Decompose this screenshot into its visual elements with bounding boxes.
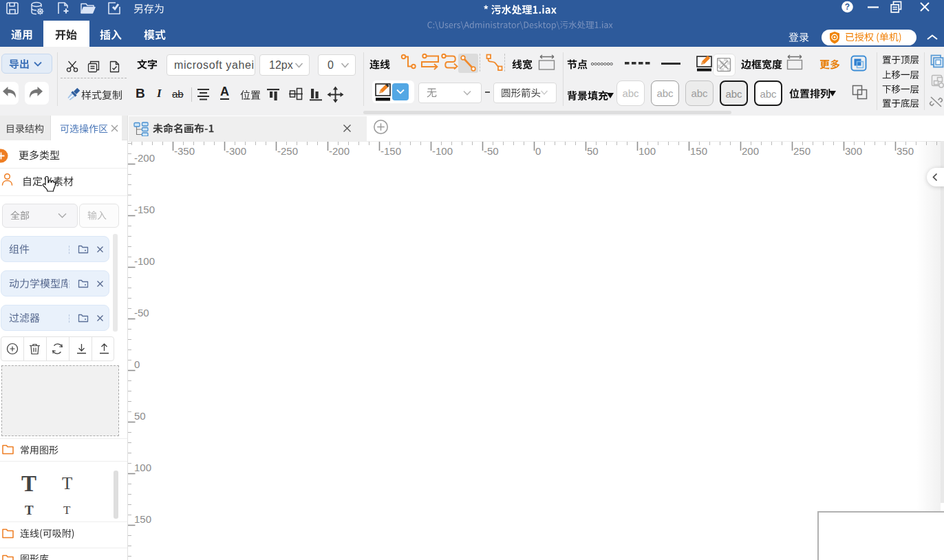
svg-text:-200: -200 <box>134 152 155 164</box>
svg-text:-100: -100 <box>432 145 453 157</box>
svg-text:-300: -300 <box>226 145 246 157</box>
svg-text:-250: -250 <box>277 145 298 157</box>
svg-text:-100: -100 <box>134 255 155 267</box>
svg-text:100: 100 <box>134 462 151 473</box>
svg-text:-50: -50 <box>134 307 149 319</box>
svg-text:0: 0 <box>535 145 541 157</box>
svg-text:150: 150 <box>134 513 151 525</box>
svg-text:150: 150 <box>690 145 707 157</box>
svg-text:-350: -350 <box>174 145 195 157</box>
svg-text:100: 100 <box>639 145 656 157</box>
svg-text:200: 200 <box>742 145 759 157</box>
svg-text:-150: -150 <box>134 204 155 215</box>
svg-text:50: 50 <box>587 145 599 157</box>
svg-text:-50: -50 <box>484 145 499 157</box>
svg-text:-200: -200 <box>329 145 350 157</box>
svg-text:50: 50 <box>134 410 146 422</box>
svg-text:350: 350 <box>897 145 914 157</box>
svg-text:300: 300 <box>845 145 862 157</box>
svg-text:250: 250 <box>793 145 811 157</box>
svg-text:-150: -150 <box>380 145 401 157</box>
svg-text:0: 0 <box>134 358 140 370</box>
